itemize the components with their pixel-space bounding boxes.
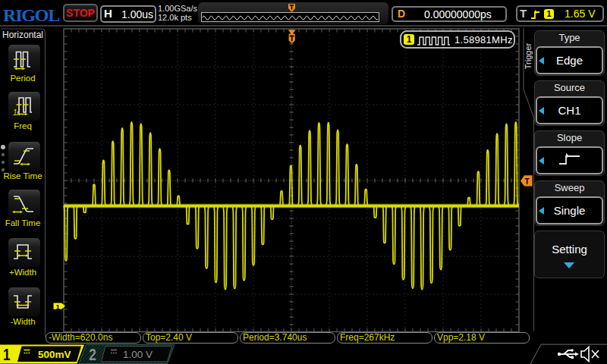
svg-text:1/: 1/ <box>13 108 20 117</box>
svg-text:1: 1 <box>56 303 61 311</box>
svg-text:1: 1 <box>3 345 11 364</box>
svg-text:1.00 V: 1.00 V <box>123 349 153 360</box>
svg-text:2: 2 <box>89 345 96 364</box>
svg-text:500mV: 500mV <box>38 349 71 360</box>
